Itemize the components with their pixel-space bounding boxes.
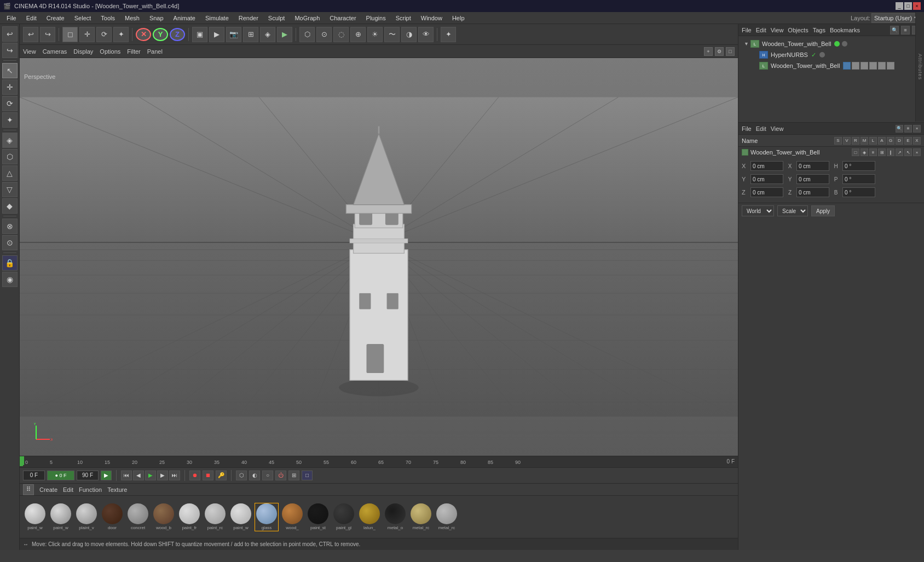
mat-menu-create[interactable]: Create (39, 486, 57, 493)
tb-undo[interactable]: ↩ (23, 27, 38, 42)
obj-render-dot[interactable] (842, 41, 847, 47)
mat-swatch-12[interactable]: paint_gl (332, 503, 356, 531)
attr-n1[interactable]: S (834, 137, 842, 145)
pb-stop[interactable]: ⏹ (203, 471, 213, 480)
menu-file[interactable]: File (2, 14, 21, 22)
coord-mode-dropdown[interactable]: World Local Object (742, 205, 774, 216)
menu-plugins[interactable]: Plugins (362, 14, 390, 22)
attr-n7[interactable]: G (887, 137, 894, 145)
vp-menu-display[interactable]: Display (73, 48, 93, 55)
attr-n3[interactable]: R (852, 137, 859, 145)
menu-tools[interactable]: Tools (96, 14, 119, 22)
end-frame-input[interactable] (77, 471, 99, 480)
coord-z-input[interactable] (750, 187, 783, 197)
mat-swatch-16[interactable]: metal_rc (435, 503, 459, 531)
attr-oi2[interactable]: ◈ (861, 148, 868, 156)
tool-axis[interactable]: ⊙ (2, 235, 18, 250)
maximize-button[interactable]: □ (904, 2, 912, 10)
tb-lensflare[interactable]: ✦ (441, 27, 456, 42)
obj-tag4[interactable] (869, 62, 877, 70)
attr-menu-view[interactable]: View (771, 125, 784, 132)
timeline-ruler[interactable]: 0 5 10 15 20 25 30 35 40 45 50 55 60 65 … (20, 456, 738, 467)
tb-transform-z[interactable]: Z (170, 28, 185, 41)
tool-poly[interactable]: ◆ (2, 198, 18, 214)
tb-play[interactable]: ▶ (209, 27, 224, 42)
tool-edge[interactable]: ▽ (2, 182, 18, 197)
obj-arrow-tower[interactable]: ▼ (744, 41, 749, 47)
obj-name-nurbs[interactable]: HyperNURBS (771, 51, 808, 58)
menu-character[interactable]: Character (325, 14, 360, 22)
tb-redo[interactable]: ↪ (40, 27, 55, 42)
mat-swatch-2[interactable]: plaint_v (74, 503, 99, 531)
mat-swatch-14[interactable]: metal_o (383, 503, 407, 531)
pb-last[interactable]: ⏭ (169, 471, 180, 480)
attr-menu-edit[interactable]: Edit (756, 125, 766, 132)
attr-n2[interactable]: V (843, 137, 851, 145)
menu-select[interactable]: Select (70, 14, 96, 22)
attr-oi1[interactable]: □ (852, 148, 859, 156)
pb-record[interactable]: ⏺ (189, 471, 200, 480)
menu-edit[interactable]: Edit (22, 14, 41, 22)
scale-mode-dropdown[interactable]: Scale Size (777, 205, 808, 216)
obj-tag6[interactable] (887, 62, 894, 70)
tool-undo[interactable]: ↩ (2, 26, 18, 42)
tb-viewport-single[interactable]: ▣ (192, 27, 207, 42)
tool-model[interactable]: ◈ (2, 133, 18, 148)
mat-swatch-6[interactable]: paint_fr (177, 503, 201, 531)
attr-n8[interactable]: D (896, 137, 903, 145)
tb-render[interactable]: ▶ (277, 27, 292, 42)
coord-y-input[interactable] (750, 174, 783, 184)
tool-redo[interactable]: ↪ (2, 43, 18, 58)
vp-menu-view[interactable]: View (23, 48, 36, 55)
mat-menu-edit[interactable]: Edit (63, 486, 73, 493)
tb-obj-mode[interactable]: ◈ (260, 27, 275, 42)
tb-spline[interactable]: 〜 (384, 27, 400, 42)
menu-script[interactable]: Script (391, 14, 415, 22)
tb-deform[interactable]: ◌ (333, 27, 349, 42)
pb-circle[interactable]: ○ (262, 471, 273, 480)
attr-oi4[interactable]: ⊞ (878, 148, 886, 156)
attr-oi6[interactable]: ↗ (896, 148, 903, 156)
coord-p-input[interactable] (842, 174, 875, 184)
tool-object[interactable]: ✦ (2, 112, 18, 128)
obj-nurbs-dot[interactable] (819, 52, 825, 58)
obj-tag2[interactable] (852, 62, 859, 70)
tb-select-rotate[interactable]: ⟳ (96, 27, 112, 42)
menu-window[interactable]: Window (417, 14, 447, 22)
tb-select-scale[interactable]: ✦ (113, 27, 129, 42)
attr-oi5[interactable]: ∥ (887, 148, 894, 156)
tb-light[interactable]: ☀ (367, 27, 383, 42)
mat-swatch-0[interactable]: paint_w (23, 503, 47, 531)
attr-icon-filter[interactable]: ≡ (904, 125, 912, 133)
mat-swatch-1[interactable]: paint_w (49, 503, 73, 531)
tb-material[interactable]: ◑ (401, 27, 417, 42)
attr-obj-row[interactable]: Wooden_Tower_with_Bell □ ◈ ≡ ⊞ ∥ ↗ ↖ × (738, 147, 924, 158)
minimize-button[interactable]: _ (896, 2, 903, 10)
tb-camera[interactable]: 📷 (226, 27, 241, 42)
coord-b-input[interactable] (842, 187, 875, 197)
tb-camera-obj[interactable]: ⊕ (350, 27, 366, 42)
tb-select-move[interactable]: ✛ (79, 27, 95, 42)
tc-arrow-right[interactable]: ▶ (101, 471, 112, 480)
tool-world[interactable]: ◉ (2, 272, 18, 287)
menu-simulate[interactable]: Simulate (201, 14, 233, 22)
obj-menu-bookmarks[interactable]: Bookmarks (830, 27, 860, 33)
tool-rotate[interactable]: ⟳ (2, 96, 18, 111)
pb-grid[interactable]: ⊞ (288, 471, 299, 480)
obj-menu-edit[interactable]: Edit (756, 27, 766, 33)
obj-menu-file[interactable]: File (742, 27, 752, 33)
tb-snap[interactable]: ⊞ (243, 27, 258, 42)
attr-n5[interactable]: L (869, 137, 877, 145)
tb-transform-y[interactable]: Y (153, 28, 168, 41)
obj-menu-tags[interactable]: Tags (813, 27, 825, 33)
mat-swatch-4[interactable]: concret (126, 503, 150, 531)
close-button[interactable]: × (913, 2, 921, 10)
mat-swatch-13[interactable]: latun_ (357, 503, 382, 531)
obj-menu-view[interactable]: View (771, 27, 784, 33)
mat-swatch-10[interactable]: wood_ (280, 503, 304, 531)
tb-cube[interactable]: ⬡ (299, 27, 315, 42)
vp-btn-settings[interactable]: ⚙ (715, 47, 724, 56)
attr-oi7[interactable]: ↖ (904, 148, 912, 156)
mat-menu-function[interactable]: Function (79, 486, 102, 493)
tool-move[interactable]: ↖ (2, 63, 18, 78)
